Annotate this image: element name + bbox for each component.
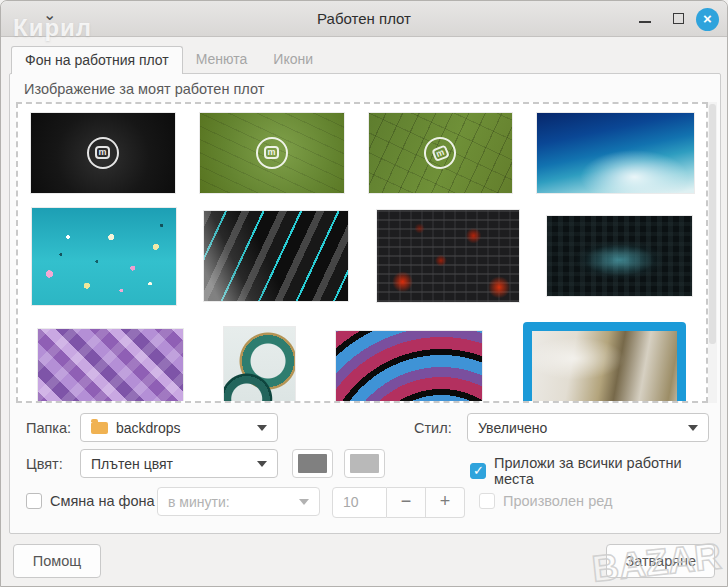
window-title: Работен плот [1, 10, 727, 27]
minimize-button[interactable] [635, 9, 655, 29]
wallpaper-grid: mmm [16, 102, 708, 403]
tab-menus[interactable]: Менюта [183, 46, 261, 74]
wallpaper-row-1: mmm [18, 104, 706, 201]
decrement-button[interactable]: − [387, 487, 426, 518]
wallpaper-gold-satin[interactable] [532, 331, 677, 403]
wallpaper-red-black-maze[interactable] [377, 210, 519, 302]
dropdown-arrow-icon [257, 425, 267, 431]
apply-all-workspaces-checkbox[interactable]: Приложи за всички работни места [470, 455, 720, 487]
checkbox-unchecked-icon [479, 493, 495, 509]
maximize-icon [673, 13, 684, 24]
selected-wallpaper-highlight [523, 322, 686, 403]
folder-value: backdrops [116, 420, 249, 436]
interval-unit-value: в минути: [168, 494, 291, 510]
tab-bar: Фон на работния плот Менюта Икони [11, 46, 326, 74]
minimize-icon [639, 21, 651, 23]
mint-logo-icon: m [256, 137, 288, 169]
folder-dropdown[interactable]: backdrops [80, 413, 278, 442]
color-mode-dropdown[interactable]: Плътен цвят [80, 449, 278, 478]
color-mode-value: Плътен цвят [91, 456, 249, 472]
close-dialog-button[interactable]: Затваряне [606, 544, 715, 578]
primary-color-swatch-button[interactable] [292, 449, 333, 478]
folder-icon [91, 422, 108, 434]
wallpaper-row-3 [18, 311, 706, 403]
scrollbar-thumb[interactable] [709, 104, 716, 344]
increment-button[interactable]: + [426, 487, 465, 518]
interval-spinner: 10 − + [332, 487, 465, 518]
wallpaper-mint-logo-dark[interactable]: m [31, 113, 175, 193]
folder-label: Папка: [26, 420, 71, 436]
section-label: Изображение за моят работен плот [24, 81, 264, 97]
mint-logo-icon: m [87, 137, 119, 169]
wallpaper-mint-logo-green-grid[interactable]: m [369, 113, 512, 193]
secondary-color-swatch-button[interactable] [344, 449, 385, 478]
style-value: Увеличено [478, 420, 680, 436]
wallpaper-circuit-chip[interactable] [547, 216, 692, 296]
titlebar[interactable]: ⌄ Работен плот × [1, 1, 727, 37]
mint-logo-icon: m [419, 132, 461, 174]
dropdown-arrow-icon [257, 461, 267, 467]
wallpaper-purple-cubes[interactable] [38, 329, 183, 403]
secondary-color-swatch [350, 454, 379, 473]
close-window-button[interactable]: × [696, 8, 719, 31]
wallpaper-ocean-wave[interactable] [537, 113, 694, 193]
style-dropdown[interactable]: Увеличено [467, 413, 709, 442]
wallpaper-layered-curves[interactable] [336, 331, 482, 403]
scrollbar[interactable] [708, 102, 717, 403]
checkbox-checked-icon [470, 463, 486, 479]
wallpaper-row-2 [18, 201, 706, 311]
wallpaper-mint-logo-green[interactable]: m [200, 113, 344, 193]
background-settings-panel: Изображение за моят работен плот mmm Пап… [9, 73, 721, 534]
interval-value-field[interactable]: 10 [332, 487, 387, 518]
apply-all-workspaces-label: Приложи за всички работни места [494, 455, 720, 487]
wallpaper-dark-building-teal[interactable] [204, 211, 348, 301]
tab-desktop-background[interactable]: Фон на работния плот [11, 46, 183, 74]
dropdown-arrow-icon [299, 499, 309, 505]
interval-dropdown: в минути: [157, 487, 320, 516]
primary-color-swatch [298, 454, 327, 473]
change-background-checkbox[interactable]: Смяна на фона [26, 493, 155, 509]
checkbox-unchecked-icon [26, 493, 42, 509]
help-button[interactable]: Помощ [13, 544, 101, 578]
maximize-button[interactable] [669, 9, 689, 29]
dropdown-arrow-icon [688, 425, 698, 431]
random-order-checkbox: Произволен ред [479, 493, 612, 509]
change-background-label: Смяна на фона [50, 493, 155, 509]
color-label: Цвят: [26, 456, 63, 472]
tab-icons[interactable]: Икони [260, 46, 326, 74]
random-order-label: Произволен ред [503, 493, 612, 509]
style-label: Стил: [414, 420, 452, 436]
desktop-settings-window: ⌄ Работен плот × Кирил Фон на работния п… [0, 0, 728, 587]
wallpaper-teal-swirl[interactable] [224, 327, 295, 403]
wallpaper-teal-confetti[interactable] [32, 208, 176, 305]
